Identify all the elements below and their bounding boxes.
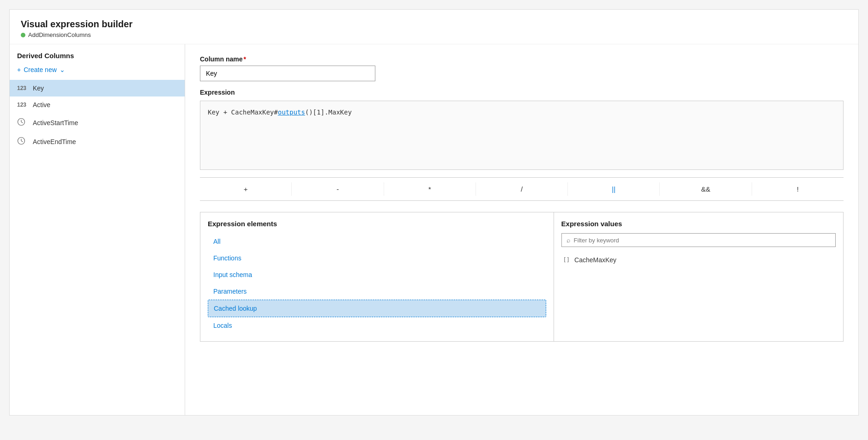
expression-text-after: ()[1].MaxKey [305,108,352,116]
filter-input-wrapper: ⌕ [561,233,836,247]
sidebar: Derived Columns + Create new ⌄ 123 Key 1… [10,44,185,415]
numeric-icon-active: 123 [17,102,28,108]
operators-bar: + - * / || && ! [200,177,844,201]
expression-elements-panel: Expression elements All Functions Input … [200,212,554,341]
sidebar-item-key[interactable]: 123 Key [10,80,185,96]
expression-values-panel: Expression values ⌕ [] CacheMaxKey [554,212,843,341]
page-title: Visual expression builder [21,19,847,30]
plus-icon: + [17,66,21,73]
operator-minus[interactable]: - [292,182,384,196]
operator-not[interactable]: ! [752,182,844,196]
expression-values-title: Expression values [561,220,836,228]
operator-plus[interactable]: + [200,182,292,196]
sidebar-section-title: Derived Columns [10,52,185,63]
header: Visual expression builder AddDimensionCo… [10,10,858,44]
value-cachemaxkey-label: CacheMaxKey [574,256,616,264]
sidebar-item-key-label: Key [33,84,44,92]
element-functions[interactable]: Functions [208,250,546,266]
expression-text-before: Key + CacheMaxKey# [208,108,278,116]
clock-icon-start [17,118,28,127]
element-all[interactable]: All [208,233,546,250]
create-new-button[interactable]: + Create new ⌄ [10,63,185,76]
sidebar-item-active-label: Active [33,101,50,108]
column-name-label: Column name* [200,55,844,63]
sidebar-item-activeendtime[interactable]: ActiveEndTime [10,132,185,151]
column-name-input[interactable] [200,66,375,81]
filter-keyword-input[interactable] [574,237,831,244]
main-layout: Derived Columns + Create new ⌄ 123 Key 1… [10,44,858,415]
clock-icon-end [17,137,28,146]
operator-divide[interactable]: / [476,182,568,196]
chevron-down-icon: ⌄ [60,66,65,73]
subtitle-row: AddDimensionColumns [21,31,847,38]
element-input-schema[interactable]: Input schema [208,266,546,283]
expression-editor[interactable]: Key + CacheMaxKey#outputs()[1].MaxKey [200,101,844,170]
sidebar-item-activestarttime[interactable]: ActiveStartTime [10,113,185,132]
element-locals[interactable]: Locals [208,317,546,334]
main-container: Visual expression builder AddDimensionCo… [9,9,859,416]
subtitle-text: AddDimensionColumns [28,31,91,38]
operator-and[interactable]: && [660,182,752,196]
element-parameters[interactable]: Parameters [208,283,546,300]
sidebar-item-active[interactable]: 123 Active [10,96,185,113]
outputs-link[interactable]: outputs [278,108,305,116]
numeric-icon-key: 123 [17,85,28,91]
content-area: Column name* Expression Key + CacheMaxKe… [185,44,858,415]
bottom-section: Expression elements All Functions Input … [200,212,844,342]
sidebar-item-activestarttime-label: ActiveStartTime [33,119,78,127]
search-icon: ⌕ [567,236,570,244]
expression-group: Expression Key + CacheMaxKey#outputs()[1… [200,89,844,170]
element-cached-lookup[interactable]: Cached lookup [208,300,546,317]
operator-multiply[interactable]: * [384,182,476,196]
value-cachemaxkey[interactable]: [] CacheMaxKey [561,253,836,267]
create-new-label: Create new [24,66,57,73]
operator-or[interactable]: || [568,182,660,196]
expression-label: Expression [200,89,844,96]
expression-elements-title: Expression elements [208,220,546,228]
sidebar-item-activeendtime-label: ActiveEndTime [33,138,76,145]
column-name-group: Column name* [200,55,844,81]
bracket-icon: [] [563,257,570,263]
status-dot [21,33,25,37]
